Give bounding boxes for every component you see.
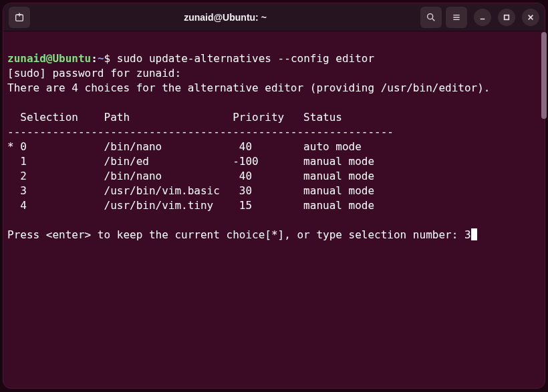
menu-button[interactable] <box>446 7 467 28</box>
new-tab-button[interactable] <box>9 7 30 28</box>
svg-point-3 <box>428 13 433 19</box>
svg-rect-9 <box>505 15 509 19</box>
search-button[interactable] <box>420 7 442 28</box>
prompt-colon: : <box>91 52 98 65</box>
close-button[interactable] <box>522 9 539 26</box>
selection-prompt: Press <enter> to keep the current choice… <box>7 228 477 241</box>
maximize-icon <box>503 14 510 21</box>
new-tab-icon <box>14 12 25 23</box>
terminal-window: zunaid@Ubuntu: ~ <box>3 3 545 389</box>
maximize-button[interactable] <box>498 9 515 26</box>
sudo-password-line: [sudo] password for zunaid: <box>7 67 181 79</box>
hamburger-icon <box>451 12 462 23</box>
intro-line: There are 4 choices for the alternative … <box>7 81 490 94</box>
minimize-icon <box>479 14 486 21</box>
prompt-path: ~ <box>98 52 104 65</box>
search-icon <box>426 12 436 23</box>
table-row: * 0 /bin/nano 40 auto mode <box>7 140 362 153</box>
command-text: sudo update-alternatives --config editor <box>117 52 374 65</box>
close-icon <box>527 14 534 21</box>
typed-input: 3 <box>464 228 471 241</box>
prompt-dollar: $ <box>104 52 111 65</box>
table-separator: ----------------------------------------… <box>7 126 394 138</box>
table-header: Selection Path Priority Status <box>7 111 342 124</box>
cursor <box>471 228 477 240</box>
svg-line-4 <box>432 19 434 21</box>
titlebar: zunaid@Ubuntu: ~ <box>3 3 545 31</box>
minimize-button[interactable] <box>474 9 491 26</box>
window-title: zunaid@Ubuntu: ~ <box>34 12 416 23</box>
scrollbar-thumb[interactable] <box>541 32 545 119</box>
selection-prompt-text: Press <enter> to keep the current choice… <box>7 228 464 241</box>
prompt-userhost: zunaid@Ubuntu <box>7 52 91 65</box>
prompt-line: zunaid@Ubuntu:~$ sudo update-alternative… <box>7 52 374 65</box>
table-row: 3 /usr/bin/vim.basic 30 manual mode <box>7 184 374 197</box>
terminal-body[interactable]: zunaid@Ubuntu:~$ sudo update-alternative… <box>3 31 545 388</box>
table-row: 4 /usr/bin/vim.tiny 15 manual mode <box>7 199 374 212</box>
table-row: 2 /bin/nano 40 manual mode <box>7 170 374 182</box>
table-row: 1 /bin/ed -100 manual mode <box>7 155 374 168</box>
